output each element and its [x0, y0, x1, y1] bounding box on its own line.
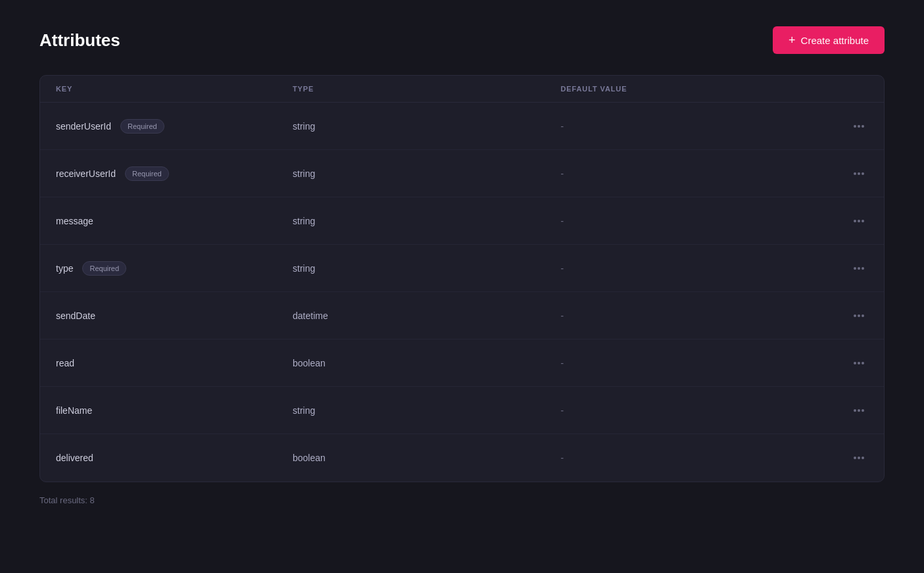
type-cell: string: [293, 405, 561, 416]
dot-icon: [862, 125, 864, 128]
dot-icon: [862, 172, 864, 175]
key-cell: fileName: [56, 405, 293, 416]
dot-icon: [858, 362, 860, 364]
row-more-options-button[interactable]: [850, 168, 868, 179]
actions-cell: [829, 358, 868, 368]
key-cell: receiverUserId Required: [56, 166, 293, 181]
actions-cell: [829, 311, 868, 321]
table-row: receiverUserId Required string -: [40, 150, 884, 197]
attribute-key-name: sendDate: [56, 311, 95, 321]
dot-icon: [858, 457, 860, 459]
actions-cell: [829, 453, 868, 463]
key-cell: sendDate: [56, 311, 293, 321]
row-more-options-button[interactable]: [850, 216, 868, 226]
attribute-key-name: read: [56, 358, 74, 368]
key-cell: read: [56, 358, 293, 368]
default-value-cell: -: [561, 311, 829, 321]
dot-icon: [854, 172, 856, 175]
actions-cell: [829, 263, 868, 274]
default-value-cell: -: [561, 121, 829, 132]
dot-icon: [854, 314, 856, 317]
total-results: Total results: 8: [39, 495, 885, 505]
row-more-options-button[interactable]: [850, 453, 868, 463]
dot-icon: [854, 457, 856, 459]
attribute-key-name: senderUserId: [56, 121, 111, 132]
table-row: read boolean -: [40, 339, 884, 387]
attribute-key-name: message: [56, 216, 93, 226]
table-row: delivered boolean -: [40, 434, 884, 482]
column-header-key: KEY: [56, 85, 293, 93]
key-cell: senderUserId Required: [56, 119, 293, 134]
page-container: Attributes + Create attribute KEY TYPE D…: [0, 0, 924, 532]
table-row: senderUserId Required string -: [40, 103, 884, 150]
dot-icon: [854, 220, 856, 222]
actions-cell: [829, 216, 868, 226]
type-cell: boolean: [293, 358, 561, 368]
table-header: KEY TYPE DEFAULT VALUE: [40, 76, 884, 103]
dot-icon: [858, 267, 860, 270]
dot-icon: [858, 172, 860, 175]
dot-icon: [858, 314, 860, 317]
type-cell: string: [293, 168, 561, 179]
row-more-options-button[interactable]: [850, 311, 868, 321]
row-more-options-button[interactable]: [850, 121, 868, 132]
dot-icon: [862, 362, 864, 364]
row-more-options-button[interactable]: [850, 358, 868, 368]
key-cell: type Required: [56, 261, 293, 276]
dot-icon: [858, 409, 860, 412]
attributes-table: KEY TYPE DEFAULT VALUE senderUserId Requ…: [39, 75, 885, 482]
type-cell: string: [293, 263, 561, 274]
create-attribute-button[interactable]: + Create attribute: [773, 26, 885, 54]
required-badge: Required: [125, 166, 169, 181]
default-value-cell: -: [561, 453, 829, 463]
required-badge: Required: [82, 261, 126, 276]
required-badge: Required: [120, 119, 164, 134]
actions-cell: [829, 405, 868, 416]
default-value-cell: -: [561, 168, 829, 179]
table-row: type Required string -: [40, 245, 884, 292]
type-cell: string: [293, 216, 561, 226]
actions-cell: [829, 121, 868, 132]
create-attribute-label: Create attribute: [801, 35, 869, 46]
default-value-cell: -: [561, 358, 829, 368]
plus-icon: +: [789, 34, 796, 46]
attribute-key-name: delivered: [56, 453, 93, 463]
dot-icon: [854, 362, 856, 364]
default-value-cell: -: [561, 216, 829, 226]
column-header-type: TYPE: [293, 85, 561, 93]
dot-icon: [862, 314, 864, 317]
dot-icon: [862, 457, 864, 459]
dot-icon: [858, 220, 860, 222]
type-cell: string: [293, 121, 561, 132]
dot-icon: [854, 267, 856, 270]
type-cell: datetime: [293, 311, 561, 321]
dot-icon: [854, 125, 856, 128]
key-cell: message: [56, 216, 293, 226]
dot-icon: [858, 125, 860, 128]
actions-cell: [829, 168, 868, 179]
key-cell: delivered: [56, 453, 293, 463]
dot-icon: [862, 409, 864, 412]
table-row: fileName string -: [40, 387, 884, 434]
table-body: senderUserId Required string - receiverU…: [40, 103, 884, 482]
attribute-key-name: type: [56, 263, 73, 274]
attribute-key-name: fileName: [56, 405, 92, 416]
type-cell: boolean: [293, 453, 561, 463]
column-header-default-value: DEFAULT VALUE: [561, 85, 829, 93]
dot-icon: [854, 409, 856, 412]
page-header: Attributes + Create attribute: [39, 26, 885, 54]
default-value-cell: -: [561, 405, 829, 416]
dot-icon: [862, 267, 864, 270]
row-more-options-button[interactable]: [850, 263, 868, 274]
table-row: sendDate datetime -: [40, 292, 884, 339]
attribute-key-name: receiverUserId: [56, 168, 116, 179]
dot-icon: [862, 220, 864, 222]
default-value-cell: -: [561, 263, 829, 274]
table-row: message string -: [40, 197, 884, 245]
column-header-actions: [829, 85, 868, 93]
row-more-options-button[interactable]: [850, 405, 868, 416]
page-title: Attributes: [39, 30, 120, 51]
